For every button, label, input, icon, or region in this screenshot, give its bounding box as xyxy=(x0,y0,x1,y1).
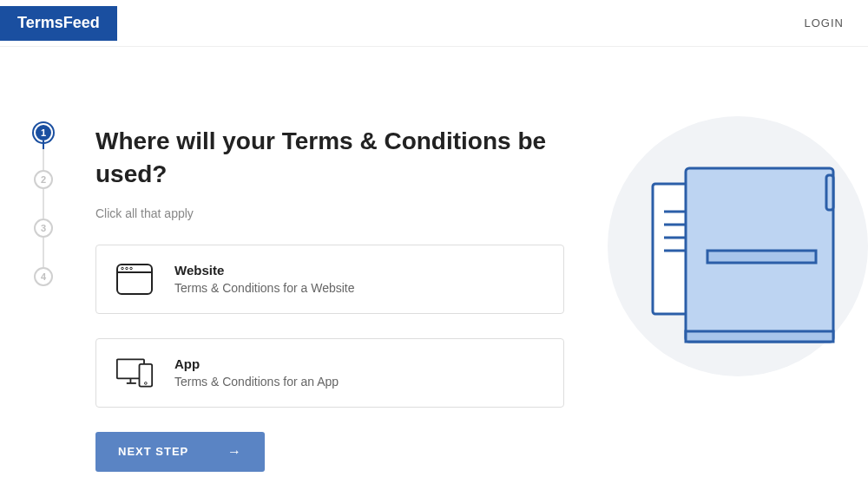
option-desc: Terms & Conditions for a Website xyxy=(174,281,355,295)
next-step-label: NEXT STEP xyxy=(118,445,188,458)
folder-illustration xyxy=(590,116,868,376)
step-line xyxy=(43,189,44,219)
svg-point-4 xyxy=(130,267,133,270)
svg-point-2 xyxy=(122,267,124,270)
arrow-right-icon: → xyxy=(227,444,242,460)
page-title: Where will your Terms & Conditions be us… xyxy=(95,125,564,191)
stepper: 1 2 3 4 xyxy=(26,125,61,472)
step-line xyxy=(43,140,44,170)
step-line xyxy=(43,238,44,267)
main: 1 2 3 4 Where will your Terms & Conditio… xyxy=(0,47,868,472)
logo-part1: Terms xyxy=(17,14,63,32)
next-step-button[interactable]: NEXT STEP → xyxy=(95,432,265,472)
svg-rect-19 xyxy=(707,251,816,263)
login-link[interactable]: LOGIN xyxy=(805,16,844,29)
step-4: 4 xyxy=(34,267,53,286)
browser-icon xyxy=(115,263,154,296)
logo-part2: Feed xyxy=(63,14,100,32)
option-text: App Terms & Conditions for an App xyxy=(174,356,339,389)
devices-icon xyxy=(115,356,154,389)
step-1[interactable]: 1 xyxy=(36,125,51,140)
svg-rect-0 xyxy=(117,265,152,294)
option-title: Website xyxy=(174,263,355,278)
step-3: 3 xyxy=(34,219,53,238)
logo[interactable]: TermsFeed xyxy=(0,6,117,41)
option-desc: Terms & Conditions for an App xyxy=(174,375,339,389)
svg-rect-17 xyxy=(686,331,833,342)
option-app[interactable]: App Terms & Conditions for an App xyxy=(95,338,564,408)
content: Where will your Terms & Conditions be us… xyxy=(95,125,564,472)
svg-point-3 xyxy=(126,267,128,270)
option-website[interactable]: Website Terms & Conditions for a Website xyxy=(95,245,564,314)
svg-rect-8 xyxy=(140,364,153,387)
step-2: 2 xyxy=(34,170,53,189)
header: TermsFeed LOGIN xyxy=(0,0,868,47)
option-text: Website Terms & Conditions for a Website xyxy=(174,263,355,295)
svg-rect-18 xyxy=(826,175,833,210)
page-subtitle: Click all that apply xyxy=(95,206,564,220)
option-title: App xyxy=(174,356,339,371)
